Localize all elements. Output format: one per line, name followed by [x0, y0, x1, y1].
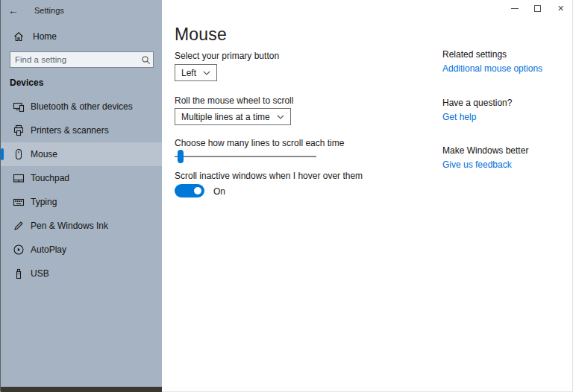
wheel-scroll-label: Roll the mouse wheel to scroll — [175, 95, 293, 106]
have-a-question-header: Have a question? — [442, 98, 512, 108]
titlebar: ← Settings — [1, 0, 162, 21]
sidebar-item-home[interactable]: Home — [1, 28, 162, 45]
sidebar-item-bluetooth[interactable]: Bluetooth & other devices — [1, 95, 162, 118]
sidebar-item-typing[interactable]: Typing — [1, 190, 162, 214]
autoplay-icon — [13, 244, 25, 256]
sidebar-item-label: Home — [33, 31, 57, 42]
search-input[interactable] — [10, 55, 138, 64]
home-icon — [13, 31, 25, 42]
maximize-icon — [534, 5, 541, 12]
sidebar-item-printers[interactable]: Printers & scanners — [1, 118, 162, 142]
sidebar-item-mouse[interactable]: Mouse — [1, 142, 162, 166]
primary-button-label: Select your primary button — [175, 51, 279, 61]
related-settings-header: Related settings — [442, 49, 507, 60]
chevron-down-icon — [203, 71, 210, 75]
dropdown-value: Left — [181, 68, 196, 78]
wheel-scroll-dropdown[interactable]: Multiple lines at a time — [175, 108, 291, 125]
chevron-down-icon — [277, 115, 284, 119]
make-windows-better-header: Make Windows better — [442, 145, 528, 156]
close-button[interactable]: ✕ — [549, 0, 572, 16]
sidebar: ← Settings Home Devices Bluetooth & othe… — [1, 0, 162, 387]
additional-mouse-options-link[interactable]: Additional mouse options — [442, 63, 542, 74]
sidebar-item-label: Touchpad — [31, 173, 69, 183]
sidebar-item-autoplay[interactable]: AutoPlay — [1, 238, 162, 262]
maximize-button[interactable] — [526, 0, 549, 16]
sidebar-item-label: USB — [31, 268, 49, 279]
search-box[interactable] — [10, 51, 154, 68]
sidebar-item-label: Pen & Windows Ink — [31, 221, 108, 231]
desktop-edge-strip — [1, 387, 162, 392]
scroll-lines-label: Choose how many lines to scroll each tim… — [175, 138, 344, 148]
window-title: Settings — [34, 6, 64, 15]
sidebar-item-label: Mouse — [31, 149, 57, 159]
toggle-state-label: On — [213, 186, 225, 197]
inactive-scroll-label: Scroll inactive windows when I hover ove… — [175, 171, 363, 181]
sidebar-item-label: AutoPlay — [31, 244, 66, 255]
keyboard-icon — [13, 196, 25, 208]
slider-thumb[interactable] — [178, 150, 184, 163]
settings-window: ← Settings Home Devices Bluetooth & othe… — [0, 0, 573, 392]
sidebar-section-header: Devices — [10, 78, 43, 88]
slider-track[interactable] — [175, 156, 316, 157]
sidebar-item-label: Printers & scanners — [31, 125, 109, 136]
sidebar-item-pen[interactable]: Pen & Windows Ink — [1, 214, 162, 238]
toggle-knob — [194, 187, 201, 195]
caption-buttons: ✕ — [503, 0, 572, 16]
back-button[interactable]: ← — [1, 1, 26, 19]
selected-indicator — [1, 148, 4, 160]
primary-button-dropdown[interactable]: Left — [175, 64, 217, 81]
pen-icon — [13, 220, 25, 232]
sidebar-item-label: Typing — [31, 197, 57, 207]
sidebar-item-label: Bluetooth & other devices — [31, 101, 133, 112]
minimize-icon — [511, 8, 519, 9]
sidebar-item-touchpad[interactable]: Touchpad — [1, 166, 162, 190]
mouse-icon — [13, 148, 25, 160]
usb-icon — [13, 268, 25, 279]
devices-icon — [13, 101, 25, 113]
scroll-lines-slider[interactable] — [175, 150, 316, 163]
page-title: Mouse — [175, 25, 227, 45]
printer-icon — [13, 124, 25, 136]
give-us-feedback-link[interactable]: Give us feedback — [442, 159, 512, 170]
minimize-button[interactable] — [503, 0, 526, 16]
inactive-scroll-toggle[interactable] — [175, 184, 204, 197]
sidebar-item-usb[interactable]: USB — [1, 262, 162, 285]
back-arrow-icon: ← — [8, 4, 19, 16]
close-icon: ✕ — [557, 4, 564, 13]
search-icon[interactable] — [138, 55, 153, 65]
dropdown-value: Multiple lines at a time — [181, 112, 270, 122]
get-help-link[interactable]: Get help — [442, 112, 476, 122]
touchpad-icon — [13, 172, 25, 184]
